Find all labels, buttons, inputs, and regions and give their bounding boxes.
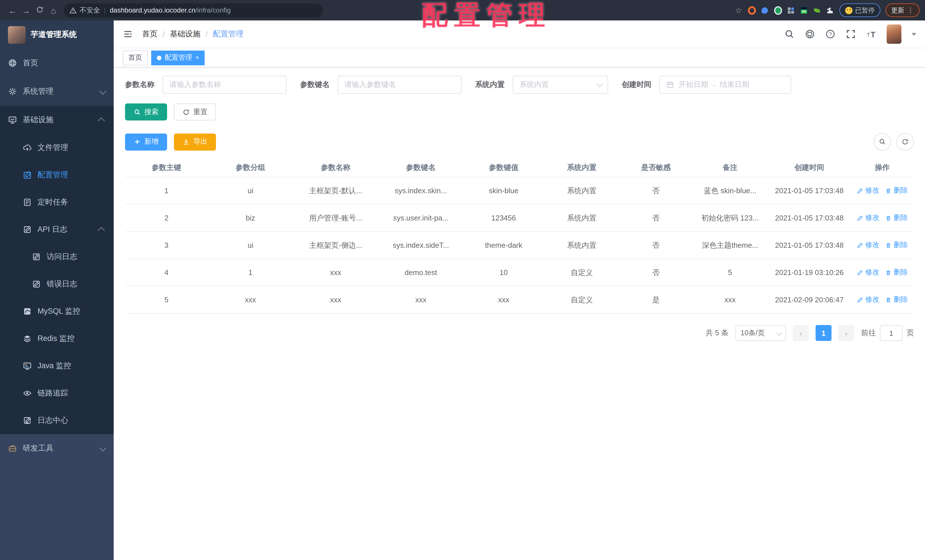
log-icon (32, 252, 41, 261)
cell-创建时间: 2021-02-09 20:06:47 (768, 295, 851, 304)
sidebar-item-API 日志[interactable]: API 日志 (0, 216, 114, 243)
fullscreen-icon[interactable] (846, 29, 856, 39)
tab-close-icon[interactable]: × (196, 54, 199, 61)
url-host: dashboard.yudao.iocoder.cn (110, 6, 196, 14)
page-number-1[interactable]: 1 (816, 325, 832, 341)
edit-link[interactable]: 修改 (857, 240, 880, 250)
next-page-button[interactable]: › (838, 325, 854, 341)
sidebar-item-定时任务[interactable]: 定时任务 (0, 189, 114, 216)
user-avatar[interactable] (887, 24, 901, 44)
param-key-input[interactable]: 请输入参数键名 (337, 75, 461, 94)
extension-orange-ring-icon[interactable] (748, 6, 756, 14)
table-row: 2biz用户管理-账号...sys.user.init-pa...123456系… (125, 205, 914, 232)
search-button[interactable]: 搜索 (125, 104, 167, 120)
sidebar-item-label: 链路追踪 (38, 388, 106, 398)
cell-参数分组: 1 (208, 268, 293, 277)
sidebar-item-label: 访问日志 (47, 252, 106, 262)
delete-link[interactable]: 删除 (885, 240, 908, 250)
active-tab-dot (157, 56, 161, 60)
browser-back-icon[interactable]: ← (6, 5, 19, 15)
user-menu-caret-icon[interactable] (911, 33, 916, 36)
goto-page-input[interactable] (880, 325, 902, 341)
extension-green-circle-icon[interactable] (774, 6, 782, 14)
app-logo-row[interactable]: 芋道管理系统 (0, 21, 114, 49)
sidebar-item-配置管理[interactable]: 配置管理 (0, 161, 114, 189)
prev-page-button[interactable]: ‹ (793, 325, 809, 341)
sidebar-item-label: 研发工具 (23, 443, 94, 453)
sidebar-item-MySQL 监控[interactable]: MySQL 监控 (0, 298, 114, 325)
cell-参数键名: sys.index.skin... (378, 187, 464, 195)
breadcrumb-home[interactable]: 首页 (142, 29, 157, 39)
sidebar-item-系统管理[interactable]: 系统管理 (0, 77, 114, 106)
tab-home[interactable]: 首页 (123, 50, 148, 65)
param-name-input[interactable]: 请输入参数名称 (163, 75, 286, 94)
cell-是否敏感: 否 (619, 267, 692, 278)
breadcrumb-current[interactable]: 配置管理 (213, 29, 244, 39)
edit-link[interactable]: 修改 (857, 213, 880, 223)
profile-paused-pill[interactable]: 已暂停 (839, 3, 880, 17)
infra-icon (8, 115, 17, 125)
sidebar-item-Java 监控[interactable]: Java 监控 (0, 352, 114, 379)
breadcrumb-infra[interactable]: 基础设施 (170, 29, 200, 39)
cell-参数键名: sys.user.init-pa... (378, 214, 464, 222)
bookmark-star-icon[interactable]: ☆ (735, 6, 743, 14)
search-actions-row: 搜索 重置 (125, 104, 914, 120)
sidebar-item-访问日志[interactable]: 访问日志 (0, 243, 114, 271)
cell-参数分组: xxx (208, 295, 293, 304)
sidebar-collapse-icon[interactable] (123, 29, 133, 39)
browser-home-icon[interactable]: ⌂ (47, 5, 60, 15)
tools-icon (8, 444, 17, 453)
sidebar-item-基础设施[interactable]: 基础设施 (0, 106, 114, 134)
cell-参数键值: xxx (464, 295, 544, 304)
edit-link[interactable]: 修改 (857, 295, 880, 304)
browser-update-button[interactable]: 更新 ⋮ (886, 3, 920, 17)
tags-view-bar: 首页 配置管理 × (114, 48, 925, 68)
extension-blue-pin-icon[interactable] (761, 6, 769, 14)
chevron-down-icon (99, 87, 106, 94)
sidebar-item-研发工具[interactable]: 研发工具 (0, 434, 114, 462)
delete-link[interactable]: 删除 (885, 213, 908, 223)
font-size-icon[interactable]: TT (866, 29, 877, 39)
cell-参数键名: xxx (378, 295, 464, 304)
tab-config[interactable]: 配置管理 × (151, 50, 205, 65)
edit-link[interactable]: 修改 (857, 268, 880, 277)
add-button[interactable]: 新增 (125, 133, 167, 150)
search-icon[interactable] (784, 29, 795, 39)
address-bar[interactable]: 不安全 | dashboard.yudao.iocoder.cn/infra/c… (64, 3, 323, 17)
sidebar-item-错误日志[interactable]: 错误日志 (0, 271, 114, 298)
delete-link[interactable]: 删除 (885, 295, 908, 304)
extension-grid-icon[interactable] (787, 6, 795, 14)
sidebar-item-文件管理[interactable]: 文件管理 (0, 134, 114, 161)
cell-备注: 蓝色 skin-blue... (692, 185, 768, 196)
extension-leaf-icon[interactable] (813, 6, 821, 14)
sidebar-item-链路追踪[interactable]: 链路追踪 (0, 379, 114, 407)
created-time-range-picker[interactable]: 开始日期 - 结束日期 (659, 75, 791, 94)
sidebar-item-Redis 监控[interactable]: Redis 监控 (0, 325, 114, 352)
export-button[interactable]: 导出 (174, 133, 216, 150)
builtin-label: 系统内置 (475, 80, 505, 90)
browser-forward-icon[interactable]: → (19, 5, 33, 15)
table-actions-row: 新增 导出 (125, 133, 914, 151)
help-icon[interactable]: ? (825, 29, 836, 39)
cell-是否敏感: 否 (619, 240, 692, 250)
builtin-select[interactable]: 系统内置 (513, 75, 608, 94)
browser-menu-dots-icon[interactable]: ⋮ (907, 6, 914, 14)
range-separator: - (713, 80, 715, 89)
refresh-table-button[interactable] (896, 133, 914, 151)
browser-reload-icon[interactable] (33, 5, 47, 15)
sidebar-item-label: Java 监控 (38, 361, 106, 371)
github-icon[interactable] (805, 29, 815, 39)
page-size-select[interactable]: 10条/页 (735, 325, 786, 341)
toggle-search-button[interactable] (874, 133, 891, 151)
delete-link[interactable]: 删除 (885, 186, 908, 196)
cell-参数名称: 主框架页-侧边... (293, 240, 378, 250)
delete-link[interactable]: 删除 (885, 268, 908, 277)
cell-操作: 修改删除 (851, 240, 914, 250)
sidebar-item-首页[interactable]: 首页 (0, 49, 114, 77)
extensions-puzzle-icon[interactable] (826, 6, 834, 14)
cloud-upload-icon (23, 143, 32, 152)
reset-button[interactable]: 重置 (174, 104, 216, 120)
extension-on-badge-icon[interactable]: on (800, 6, 808, 14)
edit-link[interactable]: 修改 (857, 186, 880, 196)
sidebar-item-日志中心[interactable]: 日志中心 (0, 407, 114, 434)
